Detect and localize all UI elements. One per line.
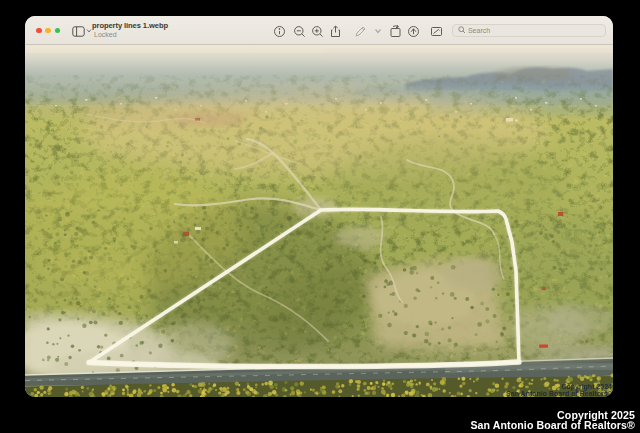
svg-text:San Antonio Board of Realtors?: San Antonio Board of Realtors? (506, 390, 612, 397)
